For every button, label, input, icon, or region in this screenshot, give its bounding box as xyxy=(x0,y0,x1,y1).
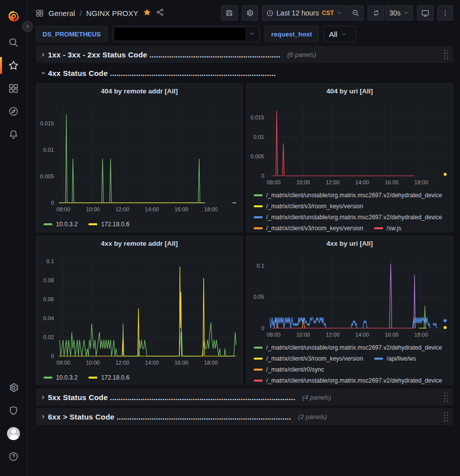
legend-item[interactable]: 172.18.0.6 xyxy=(88,372,129,383)
row-panel-count: (6 panels) xyxy=(287,51,316,58)
panel-404-by-remote-addr: 404 by remote addr [All] 00.0050.010.015… xyxy=(36,83,243,232)
kebab-icon xyxy=(442,9,449,17)
legend-item[interactable]: /_matrix/client/unstable/org.matrix.msc2… xyxy=(254,375,442,384)
refresh-button[interactable] xyxy=(368,5,384,20)
svg-text:0.04: 0.04 xyxy=(43,315,54,321)
shield-icon xyxy=(8,405,19,416)
svg-text:16:00: 16:00 xyxy=(174,206,188,212)
svg-text:0.1: 0.1 xyxy=(257,263,264,269)
chevron-right-icon xyxy=(38,395,48,400)
timeseries-chart[interactable]: 00.020.040.060.080.108:0010:0012:0014:00… xyxy=(38,250,241,371)
series-label: /_matrix/client/unstable/org.matrix.msc2… xyxy=(266,342,442,353)
svg-text:18:00: 18:00 xyxy=(204,206,218,212)
sidebar xyxy=(0,0,27,476)
svg-text:0.015: 0.015 xyxy=(40,120,54,126)
svg-text:16:00: 16:00 xyxy=(385,179,399,185)
cycle-view-mode-button[interactable] xyxy=(417,5,434,20)
legend-item[interactable]: /_matrix/client/r0/sync xyxy=(254,364,324,375)
svg-text:0: 0 xyxy=(51,200,54,206)
sidebar-item-starred[interactable] xyxy=(0,58,27,73)
timeseries-chart[interactable]: 00.0050.010.01508:0010:0012:0014:0016:00… xyxy=(249,98,452,189)
toolbar: Last 12 hours CST 30s xyxy=(221,5,453,20)
breadcrumb: General / NGINX PROXY xyxy=(35,8,164,18)
panel-title[interactable]: 404 by remote addr [All] xyxy=(36,84,242,98)
save-dashboard-button[interactable] xyxy=(221,5,238,20)
kebab-menu-button[interactable] xyxy=(438,5,453,20)
svg-text:0.01: 0.01 xyxy=(254,134,264,140)
sidebar-item-alerting[interactable] xyxy=(0,127,27,142)
timeseries-chart[interactable]: 00.0050.010.01508:0010:0012:0014:0016:00… xyxy=(38,98,241,218)
series-color-swatch xyxy=(374,358,383,360)
dashboard-settings-button[interactable] xyxy=(242,5,258,20)
row-drag-handle[interactable] xyxy=(442,391,450,404)
svg-text:16:00: 16:00 xyxy=(174,360,188,366)
svg-text:10:00: 10:00 xyxy=(86,360,100,366)
favorite-star-icon[interactable] xyxy=(143,8,151,18)
bell-icon xyxy=(8,129,19,140)
sidebar-item-search[interactable] xyxy=(0,35,27,50)
series-color-swatch xyxy=(254,358,263,360)
chevron-down-icon xyxy=(249,30,255,38)
svg-text:08:00: 08:00 xyxy=(267,179,281,185)
datasource-select[interactable] xyxy=(112,26,260,42)
time-range-picker[interactable]: Last 12 hours CST xyxy=(262,5,347,20)
panel-title[interactable]: 404 by uri [All] xyxy=(247,84,453,98)
sidebar-item-explore[interactable] xyxy=(0,104,27,119)
share-icon[interactable] xyxy=(156,8,164,18)
legend-item[interactable]: /sw.js xyxy=(374,223,401,232)
sidebar-item-server-admin[interactable] xyxy=(0,403,27,418)
series-color-swatch xyxy=(88,377,97,379)
series-color-swatch xyxy=(374,227,383,229)
main-area: General / NGINX PROXY xyxy=(27,0,460,476)
series-label: /sw.js xyxy=(387,223,401,232)
sidebar-item-dashboards[interactable] xyxy=(0,81,27,96)
row-drag-handle[interactable] xyxy=(442,410,450,424)
svg-text:14:00: 14:00 xyxy=(145,206,159,212)
sidebar-expand-button[interactable] xyxy=(22,21,33,32)
svg-text:12:00: 12:00 xyxy=(326,332,340,338)
legend-item[interactable]: 10.0.3.2 xyxy=(43,372,77,383)
svg-text:12:00: 12:00 xyxy=(326,179,340,185)
legend-item[interactable]: /_matrix/client/unstable/org.matrix.msc2… xyxy=(254,212,442,223)
refresh-interval-label: 30s xyxy=(389,9,401,17)
panel-title[interactable]: 4xx by uri [All] xyxy=(247,236,453,250)
apps-icon xyxy=(8,83,19,94)
row-1xx-3xx-2xx[interactable]: 1xx - 3xx - 2xx Status Code ............… xyxy=(36,46,453,63)
refresh-icon xyxy=(372,9,380,17)
chevron-down-icon xyxy=(337,9,342,17)
request-host-select[interactable]: All xyxy=(324,26,357,42)
row-4xx[interactable]: 4xx Status Code ........................… xyxy=(36,66,453,80)
zoom-out-time-button[interactable] xyxy=(347,5,364,20)
time-range-label: Last 12 hours xyxy=(277,9,319,17)
legend-item[interactable]: /_matrix/client/unstable/org.matrix.msc2… xyxy=(254,342,442,353)
legend-item[interactable]: /_matrix/client/v3/room_keys/version xyxy=(254,201,363,212)
avatar xyxy=(7,427,20,440)
legend-item[interactable]: /_matrix/client/v3/room_keys/version xyxy=(254,223,363,232)
series-color-swatch xyxy=(88,223,97,225)
chevron-right-icon xyxy=(38,52,48,57)
svg-text:14:00: 14:00 xyxy=(145,360,159,366)
legend-item[interactable]: 172.18.0.6 xyxy=(88,219,129,230)
legend-item[interactable]: /_matrix/client/v3/room_keys/version xyxy=(254,353,363,364)
svg-text:10:00: 10:00 xyxy=(296,179,310,185)
timeseries-chart[interactable]: 00.050.108:0010:0012:0014:0016:0018:00 xyxy=(249,250,452,341)
panel-title[interactable]: 4xx by remote addr [All] xyxy=(36,236,242,250)
legend-item[interactable]: /api/live/ws xyxy=(374,353,416,364)
chart-legend: 10.0.3.2172.18.0.6 xyxy=(36,218,242,232)
series-label: 10.0.3.2 xyxy=(56,219,77,230)
variables-bar: DS_PROMETHEUS request_host All xyxy=(27,26,460,46)
row-6xx[interactable]: 6xx > Status Code ......................… xyxy=(36,408,453,425)
svg-text:0.005: 0.005 xyxy=(250,153,264,159)
refresh-controls: 30s xyxy=(368,5,413,20)
row-drag-handle[interactable] xyxy=(442,48,450,61)
sidebar-item-configuration[interactable] xyxy=(0,380,27,395)
legend-item[interactable]: 10.0.3.2 xyxy=(43,219,77,230)
sidebar-item-help[interactable] xyxy=(0,449,27,464)
row-5xx[interactable]: 5xx Status Code ........................… xyxy=(36,389,453,406)
refresh-interval-picker[interactable]: 30s xyxy=(385,5,413,20)
breadcrumb-title[interactable]: NGINX PROXY xyxy=(86,9,138,17)
sidebar-item-profile[interactable] xyxy=(0,426,27,441)
breadcrumb-section[interactable]: General xyxy=(48,9,75,17)
series-color-swatch xyxy=(254,205,263,207)
legend-item[interactable]: /_matrix/client/unstable/org.matrix.msc2… xyxy=(254,190,442,201)
